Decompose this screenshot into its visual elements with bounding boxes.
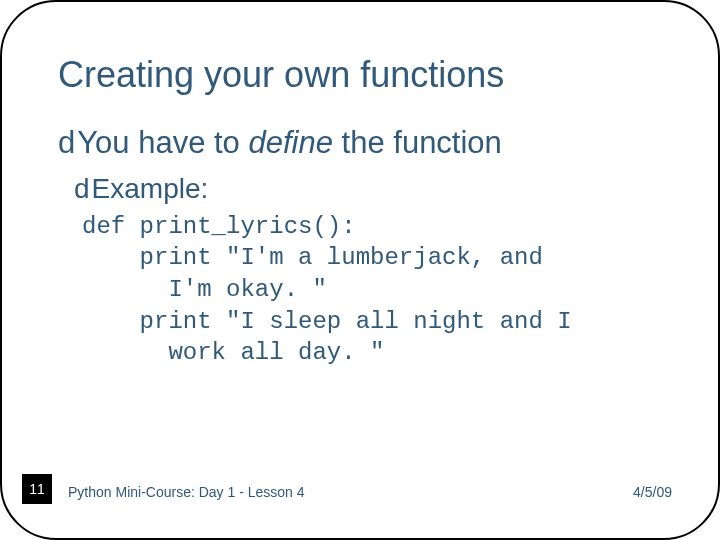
page-number: 11 [29, 481, 45, 497]
bullet2-text: Example: [92, 173, 209, 204]
bullet1-text-post: the function [333, 125, 502, 160]
code-block: def print_lyrics(): print "I'm a lumberj… [82, 211, 662, 369]
footer-course-label: Python Mini-Course: Day 1 - Lesson 4 [68, 484, 305, 500]
slide-title: Creating your own functions [58, 54, 662, 96]
footer-date: 4/5/09 [633, 484, 672, 500]
bullet1-text-pre: You have to [77, 125, 248, 160]
bullet-icon: d [58, 125, 75, 160]
page-number-badge: 11 [22, 474, 52, 504]
bullet-icon: d [74, 173, 90, 204]
bullet-level-2: dExample: [74, 173, 662, 205]
bullet-level-1: dYou have to define the function [58, 124, 662, 163]
slide-frame: Creating your own functions dYou have to… [0, 0, 720, 540]
bullet1-text-em: define [248, 125, 332, 160]
